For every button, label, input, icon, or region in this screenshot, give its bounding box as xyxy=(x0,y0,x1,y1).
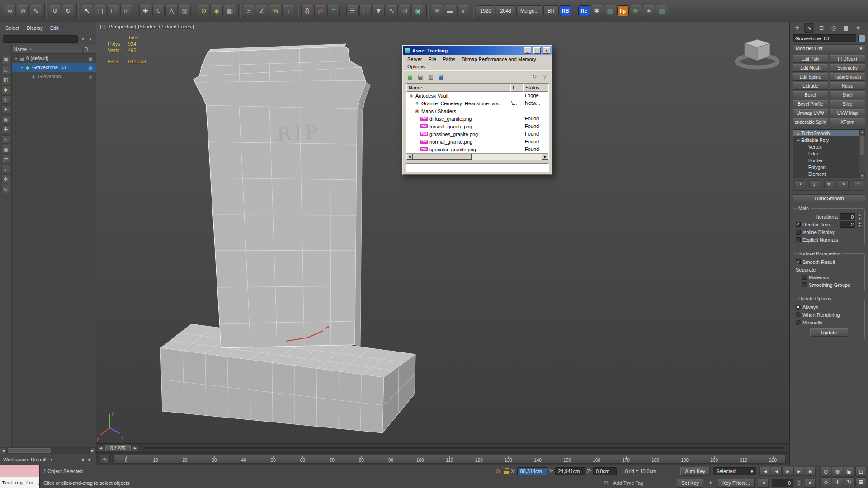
asset-row[interactable]: PNG normal_granite.png Found xyxy=(406,138,548,145)
workspace-dropdown-icon[interactable]: ▾ xyxy=(49,457,54,462)
explorer-horizontal-scrollbar[interactable]: ◀ ▶ xyxy=(0,447,96,454)
toolbar-separator[interactable] xyxy=(574,4,576,18)
update-when-rendering-radio[interactable]: When Rendering xyxy=(796,311,862,319)
asset-help-icon[interactable]: ? xyxy=(540,72,549,81)
explorer-menu-edit[interactable]: Edit xyxy=(50,25,59,31)
expand-icon[interactable]: ▾ xyxy=(14,56,19,61)
rendered-frame-window-icon[interactable]: ▬ xyxy=(444,5,456,17)
render-production-icon[interactable]: ● xyxy=(457,5,469,17)
display-toggle-icon[interactable]: ▦ xyxy=(85,74,96,79)
asset-row[interactable]: PNG glossines_granite.png Found xyxy=(406,130,548,138)
bind-to-space-warp-icon[interactable]: ∿ xyxy=(30,5,42,17)
rectangular-selection-region-icon[interactable]: □ xyxy=(107,5,119,17)
update-button[interactable]: Update xyxy=(810,328,848,337)
layer-default-row[interactable]: ▾ ▤ 0 (default) ▦ xyxy=(12,54,96,63)
display-xrefs-icon[interactable]: ⇄ xyxy=(1,155,10,164)
forest-pack-icon[interactable]: ❋ xyxy=(630,5,642,17)
select-and-place-icon[interactable]: ◎ xyxy=(179,5,191,17)
asset-menu-options[interactable]: Options xyxy=(404,63,428,70)
pin-explorer-icon[interactable]: ⊙ xyxy=(1,185,10,193)
display-helpers-icon[interactable]: ✚ xyxy=(1,125,10,134)
material-editor-icon[interactable]: ◉ xyxy=(412,5,424,17)
current-frame-field[interactable]: 0 xyxy=(772,479,793,487)
scene-explorer-toggle-icon[interactable]: ☰ xyxy=(346,5,359,17)
stack-edge[interactable]: Edge xyxy=(793,150,859,157)
select-and-manipulate-icon[interactable]: ◈ xyxy=(211,5,223,17)
asset-row[interactable]: PNG diffuse_granite.png Found xyxy=(406,115,548,122)
explorer-column-header[interactable]: Name ▲ D... xyxy=(12,45,96,54)
asset-row[interactable]: ❖ Granite_Cemetery_Headstone_vra... \...… xyxy=(406,99,548,107)
extrude-button[interactable]: Extrude xyxy=(793,82,828,90)
list-view-icon[interactable]: ▤ xyxy=(416,72,425,81)
workspace-next-icon[interactable]: ▶ xyxy=(87,457,93,462)
stack-scrollbar[interactable]: ▲ ▼ xyxy=(859,130,865,178)
edit-mesh-button[interactable]: Edit Mesh xyxy=(793,64,828,72)
select-and-scale-icon[interactable]: △ xyxy=(165,5,178,17)
edit-spline-button[interactable]: Edit Spline xyxy=(793,73,828,81)
expand-icon[interactable]: ▾ xyxy=(19,66,24,70)
scroll-right-icon[interactable]: ▶ xyxy=(542,154,548,160)
display-materials-icon[interactable]: ◐ xyxy=(1,165,10,174)
stack-item-icon[interactable]: ⊙ xyxy=(795,131,801,136)
explorer-empty-area[interactable] xyxy=(12,81,96,447)
configure-modifier-sets-icon[interactable]: ≡ xyxy=(854,180,863,188)
frame-spinner[interactable]: ▲▼ xyxy=(797,480,802,486)
render-iters-spinner[interactable]: ▲▼ xyxy=(857,221,862,228)
viewport-menu-pov[interactable]: [Perspective] xyxy=(108,24,137,29)
redo-icon[interactable]: ↻ xyxy=(62,5,74,17)
go-to-start-button[interactable]: |◀ xyxy=(760,467,770,476)
close-icon[interactable]: ✕ xyxy=(543,47,550,54)
unlink-selection-icon[interactable]: ⊘ xyxy=(17,5,29,17)
ribbon-toggle-icon[interactable]: ▼ xyxy=(373,5,385,17)
display-geometry-icon[interactable]: ◆ xyxy=(1,85,10,94)
asset-menu-bitmap[interactable]: Bitmap Performance and Memory xyxy=(458,56,539,63)
macro-recorder-line[interactable] xyxy=(0,465,39,477)
explicit-normals-checkbox[interactable] xyxy=(796,237,801,242)
fp-script-button[interactable]: Fp xyxy=(617,5,629,16)
gravestone-model[interactable]: RIP xyxy=(155,40,422,438)
use-pivot-point-center-icon[interactable]: ⊙ xyxy=(198,5,210,17)
keyboard-shortcut-override-icon[interactable]: ▦ xyxy=(224,5,236,17)
asset-row[interactable]: PNG specular_granite.png Found xyxy=(406,145,548,153)
scroll-thumb[interactable] xyxy=(413,154,472,160)
table-view-icon[interactable]: ▦ xyxy=(437,72,446,81)
ffd-box-button[interactable]: FFD(box) xyxy=(830,55,865,63)
display-shapes-icon[interactable]: ◇ xyxy=(1,95,10,104)
track-bar[interactable]: ∿ 01020304050607080901001101201301401501… xyxy=(96,452,789,465)
edit-named-selection-sets-icon[interactable]: {} xyxy=(301,5,313,17)
asset-horizontal-scrollbar[interactable]: ◀ ▶ xyxy=(406,153,548,160)
refresh-assets-icon[interactable]: ↻ xyxy=(530,72,539,81)
z-coordinate-field[interactable]: 0,0cm xyxy=(593,467,617,475)
listener-line[interactable]: Testing for ; xyxy=(0,477,39,488)
fullpath-column[interactable]: F... xyxy=(510,84,523,92)
toolbar-separator[interactable] xyxy=(135,4,137,18)
slice-button[interactable]: Slice xyxy=(830,100,865,108)
xform-button[interactable]: XForm xyxy=(830,118,865,126)
workspace-prev-icon[interactable]: ◀ xyxy=(80,457,85,462)
gravestone-child-row[interactable]: ◆ Graveston... ▦ xyxy=(12,72,96,81)
object-color-swatch[interactable] xyxy=(858,35,865,42)
noise-button[interactable]: Noise xyxy=(830,82,865,90)
edit-poly-button[interactable]: Edit Poly xyxy=(793,55,828,63)
shell-button[interactable]: Shell xyxy=(830,91,865,99)
wrench-tool-icon[interactable]: ✱ xyxy=(591,5,603,17)
zoom-icon[interactable]: ⊕ xyxy=(820,467,831,477)
render-setup-icon[interactable]: ✳ xyxy=(431,5,443,17)
smooth-result-checkbox[interactable]: ✓ xyxy=(796,259,801,264)
display-lights-icon[interactable]: ✦ xyxy=(1,105,10,114)
toolbar-separator[interactable] xyxy=(426,4,429,18)
grid-helper-icon[interactable]: ▦ xyxy=(604,5,616,17)
schematic-view-icon[interactable]: ⊞ xyxy=(399,5,411,17)
tools-icon[interactable]: ✶ xyxy=(643,5,655,17)
dialog-titlebar[interactable]: Asset Tracking _ ▢ ✕ xyxy=(403,46,552,55)
explorer-search-input[interactable] xyxy=(3,35,78,43)
add-time-tag[interactable]: Add Time Tag xyxy=(613,480,643,486)
rb-script-button[interactable]: RB xyxy=(560,5,571,16)
zoom-all-icon[interactable]: ⊛ xyxy=(832,467,843,477)
smoothing-groups-checkbox[interactable] xyxy=(802,282,807,287)
next-frame-button[interactable]: ▶ xyxy=(793,467,804,476)
symmetry-button[interactable]: Symmetry xyxy=(830,64,865,72)
display-groups-icon[interactable]: ▣ xyxy=(1,145,10,154)
isoline-display-checkbox[interactable] xyxy=(796,230,801,235)
perspective-viewport[interactable]: RIP z x y xyxy=(96,22,789,452)
